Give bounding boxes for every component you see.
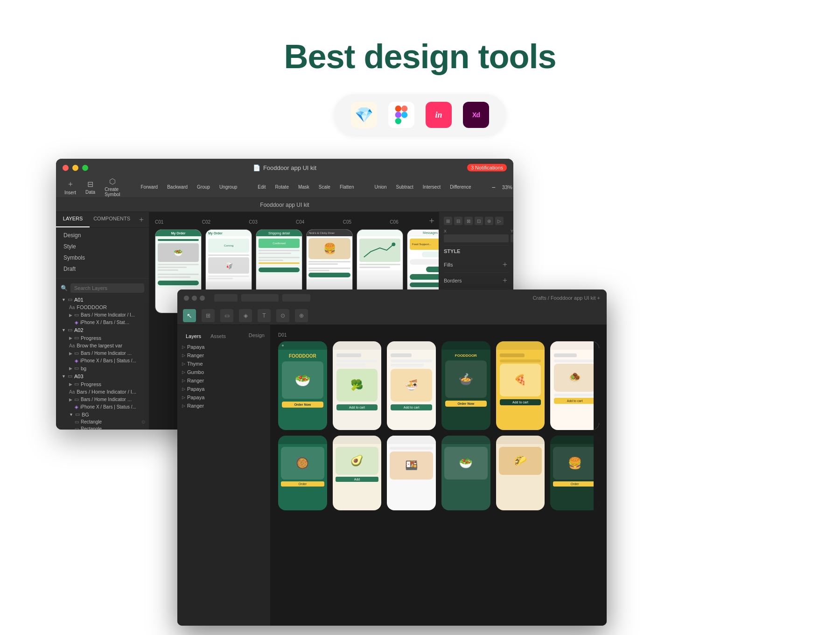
second-layer-1[interactable]: ▷ Papaya <box>177 343 270 351</box>
data-button[interactable]: ⊟ Data <box>83 178 98 197</box>
second-tab-assets[interactable]: Assets <box>208 332 229 340</box>
second-canvas[interactable]: D01 FOODDOOR 🥗 Order Now <box>271 325 607 626</box>
second-layer-8[interactable]: ▷ Ranger <box>177 402 270 410</box>
toolbar2-component-btn[interactable]: ◈ <box>239 309 252 322</box>
maximize-button[interactable] <box>82 165 88 171</box>
titlebar-action-2[interactable] <box>241 294 279 302</box>
spacing-button[interactable]: ⊛ <box>485 217 493 225</box>
minimize-button[interactable] <box>72 165 78 171</box>
create-symbol-button[interactable]: ⬡ Create Symbol <box>102 175 123 199</box>
layer-group-a02[interactable]: ▼ ▭ A02 <box>56 326 149 334</box>
layer-progress1[interactable]: ▶ ▭ Progress <box>56 334 149 342</box>
forward-button[interactable]: Forward <box>138 183 161 191</box>
layer-iphone2[interactable]: ◈ iPhone X / Bars | Status /... <box>56 357 149 364</box>
tl-btn1[interactable] <box>184 296 189 301</box>
layer-track[interactable]: Aa Bars / Home Indicator / I... <box>56 388 149 395</box>
search-input[interactable] <box>70 283 144 293</box>
tl-btn2[interactable] <box>192 296 197 301</box>
borders-add-button[interactable]: ＋ <box>501 275 509 285</box>
invision-icon[interactable]: in <box>426 102 452 128</box>
intersect-button[interactable]: Intersect <box>420 183 443 191</box>
ungroup-button[interactable]: Ungroup <box>217 183 240 191</box>
layer-fooddoor[interactable]: Aa FOODDOOR <box>56 303 149 311</box>
nav-design[interactable]: Design <box>56 230 149 241</box>
second-layer-4[interactable]: ▷ Gumbo <box>177 368 270 376</box>
x-input[interactable] <box>444 234 509 242</box>
second-canvas-label: D01 <box>278 332 599 338</box>
layer-brow[interactable]: Aa Brow the largest var <box>56 342 149 349</box>
layer-rect2[interactable]: ▭ Rectangle <box>56 425 149 430</box>
group-icon: ▶ <box>69 313 72 318</box>
layer-bars2[interactable]: ▶ ▭ Bars / Home Indicator / I... <box>56 349 149 357</box>
toolbar2-text-btn[interactable]: T <box>258 309 271 322</box>
phone-cards-row1: FOODDOOR 🥗 Order Now 🥦 Add to cart <box>278 341 599 430</box>
scale-button[interactable]: Scale <box>316 183 333 191</box>
layer-BG[interactable]: ▼ ▭ BG <box>56 410 149 418</box>
layer-bg1[interactable]: ▶ ▭ bg <box>56 364 149 372</box>
toolbar2-grid-btn[interactable]: ⊞ <box>202 309 215 322</box>
fills-add-button[interactable]: ＋ <box>501 260 509 269</box>
union-button[interactable]: Union <box>371 183 389 191</box>
flatten-button[interactable]: Flatten <box>337 183 357 191</box>
group-button[interactable]: Group <box>194 183 213 191</box>
phone-card-r2-4: 🥗 <box>441 436 490 510</box>
layer-rect1[interactable]: ▭ Rectangle ⊙ <box>56 418 149 425</box>
toolbar2-frame-btn[interactable]: ▭ <box>220 309 233 322</box>
nav-draft[interactable]: Draft <box>56 263 149 275</box>
subtract-button[interactable]: Subtract <box>393 183 416 191</box>
zoom-out-button[interactable]: − <box>489 182 498 193</box>
layer2-icon-8: ▷ <box>182 403 185 408</box>
toolbar2-select-btn[interactable]: ↖ <box>183 309 196 322</box>
adobexd-icon[interactable]: Xd <box>463 102 489 128</box>
svg-rect-3 <box>395 118 401 124</box>
sketch-icon[interactable]: 💎 <box>351 102 377 128</box>
nav-symbols[interactable]: Symbols <box>56 252 149 263</box>
tab-layers[interactable]: LAYERS <box>56 212 90 227</box>
distribute-button[interactable]: ⊡ <box>475 217 483 225</box>
tab-components[interactable]: COMPONENTS <box>90 212 134 227</box>
titlebar-action-1[interactable] <box>214 294 238 302</box>
sketch-titlebar: 📄 Fooddoor app UI kit 3 Notifications <box>56 159 513 176</box>
second-layer-7[interactable]: ▷ Papaya <box>177 393 270 402</box>
layer-iphone1[interactable]: ◈ iPhone X / Bars / Status /... <box>56 319 149 326</box>
add-artboard-button[interactable]: ＋ <box>427 215 436 226</box>
layer-label: A03 <box>74 374 84 379</box>
layer-group-a01[interactable]: ▼ ▭ A01 <box>56 296 149 303</box>
second-traffic-lights[interactable] <box>184 296 205 301</box>
notification-badge[interactable]: 3 Notifications <box>467 164 507 171</box>
second-layer-5[interactable]: ▷ Ranger <box>177 376 270 385</box>
traffic-lights[interactable] <box>63 165 88 171</box>
layer-bars3[interactable]: ▶ ▭ Bars / Home Indicator / I... <box>56 395 149 403</box>
second-tab-layers[interactable]: Layers <box>183 332 204 340</box>
layer-group-a03[interactable]: ▼ ▭ A03 <box>56 372 149 380</box>
arrange-button[interactable]: ▷ <box>495 217 504 225</box>
toolbar2-boolean-btn[interactable]: ⊕ <box>295 309 308 322</box>
rotate-button[interactable]: Rotate <box>272 183 291 191</box>
figma-icon[interactable] <box>388 102 414 128</box>
align-center-button[interactable]: ⊟ <box>454 217 462 225</box>
y-input[interactable] <box>511 234 513 242</box>
second-tab-design[interactable]: Design <box>249 332 265 340</box>
sidebar-add-button[interactable]: ＋ <box>134 212 149 227</box>
tl-btn3[interactable] <box>200 296 205 301</box>
second-layer-2[interactable]: ▷ Ranger <box>177 351 270 360</box>
svg-rect-0 <box>395 106 401 112</box>
group-icon: ▶ <box>69 366 72 371</box>
backward-button[interactable]: Backward <box>164 183 190 191</box>
toolbar2-mask-btn[interactable]: ⊙ <box>276 309 289 322</box>
second-layer-6[interactable]: ▷ Papaya <box>177 385 270 393</box>
layer-progress2[interactable]: ▶ ▭ Progress <box>56 380 149 388</box>
align-right-button[interactable]: ⊠ <box>464 217 473 225</box>
layer-iphone3[interactable]: ◈ iPhone X / Bars | Status /... <box>56 403 149 410</box>
close-button[interactable] <box>63 165 69 171</box>
edit-button[interactable]: Edit <box>255 183 268 191</box>
mask-button[interactable]: Mask <box>295 183 312 191</box>
layer-bars1[interactable]: ▶ ▭ Bars / Home Indicator / I... <box>56 311 149 319</box>
layer2-icon-1: ▷ <box>182 345 185 349</box>
align-left-button[interactable]: ⊞ <box>444 217 452 225</box>
insert-button[interactable]: ＋ Insert <box>62 177 79 197</box>
difference-button[interactable]: Difference <box>447 183 474 191</box>
titlebar-action-3[interactable] <box>282 294 310 302</box>
nav-style[interactable]: Style <box>56 241 149 252</box>
second-layer-3[interactable]: ▷ Thyme <box>177 360 270 368</box>
